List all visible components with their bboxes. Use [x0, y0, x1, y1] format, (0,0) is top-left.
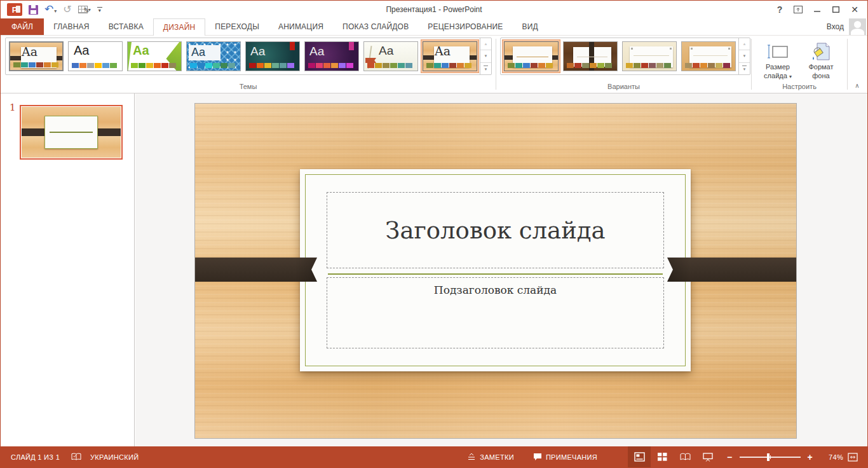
- themes-group-label: Темы: [1, 83, 496, 90]
- thumbnail-preview: [22, 107, 121, 158]
- slide-sorter-view-button[interactable]: [651, 446, 674, 467]
- zoom-percentage[interactable]: 74%: [822, 453, 843, 461]
- theme-office[interactable]: Aa: [66, 39, 125, 73]
- theme-ion[interactable]: Aa: [243, 39, 302, 73]
- reading-view-button[interactable]: [674, 446, 696, 467]
- scroll-up-icon: ▲: [484, 42, 488, 46]
- slide-card: Заголовок слайда Подзаголовок слайда: [300, 169, 691, 371]
- tab-animations[interactable]: АНИМАЦИЯ: [269, 18, 333, 35]
- theme-facet[interactable]: Aa: [125, 39, 184, 73]
- subtitle-placeholder[interactable]: Подзаголовок слайда: [327, 277, 664, 348]
- table-pen-button[interactable]: ✎▾: [78, 6, 91, 13]
- scroll-down-icon: ▼: [743, 54, 747, 58]
- format-background-label-2: фона: [812, 71, 829, 80]
- theme-wood-current[interactable]: Aa: [7, 39, 65, 73]
- title-bar: P ↶▾ ↺ ✎▾ ▾ Презентация1 - PowerPoint ? …: [1, 1, 867, 18]
- theme-organic[interactable]: Aa: [362, 39, 420, 73]
- themes-scroll-down-button[interactable]: ▼: [480, 50, 491, 62]
- zoom-out-button[interactable]: −: [726, 452, 733, 462]
- tab-home[interactable]: ГЛАВНАЯ: [44, 18, 98, 35]
- customize-group-label: Настроить: [752, 83, 847, 90]
- comments-icon: [533, 453, 542, 461]
- help-button[interactable]: ?: [777, 4, 783, 15]
- customize-group: Размер слайда ▾ Формат фона: [752, 36, 847, 93]
- grid-pen-icon: ✎: [78, 6, 88, 13]
- collapse-ribbon-icon: ∧: [855, 82, 859, 89]
- status-bar: СЛАЙД 1 ИЗ 1 УКРАИНСКИЙ ЗАМЕТКИ ПРИМЕЧАН…: [1, 446, 867, 467]
- sign-in-link[interactable]: Вход: [827, 22, 844, 31]
- slide-editing-area: Заголовок слайда Подзаголовок слайда: [135, 93, 867, 446]
- slideshow-view-button[interactable]: [696, 446, 719, 467]
- slide-subtitle-text: Подзаголовок слайда: [434, 284, 557, 296]
- zoom-in-button[interactable]: +: [806, 452, 814, 462]
- tab-file[interactable]: ФАЙЛ: [1, 18, 44, 35]
- comments-toggle-button[interactable]: ПРИМЕЧАНИЯ: [531, 446, 600, 467]
- normal-view-icon: [634, 452, 645, 462]
- proofing-button[interactable]: [69, 446, 84, 467]
- variant-tan[interactable]: [679, 39, 738, 73]
- proofing-icon: [71, 453, 81, 461]
- format-background-icon: [811, 41, 831, 62]
- theme-ion-boardroom[interactable]: Aa: [302, 39, 361, 73]
- variants-more-button[interactable]: ▼: [739, 63, 750, 74]
- title-placeholder[interactable]: Заголовок слайда: [327, 192, 664, 268]
- ribbon-tab-bar: ФАЙЛ ГЛАВНАЯ ВСТАВКА ДИЗАЙН ПЕРЕХОДЫ АНИ…: [1, 18, 867, 36]
- slideshow-icon: [703, 453, 713, 462]
- format-background-label-1: Формат: [808, 62, 833, 71]
- variant-cream[interactable]: [620, 39, 679, 73]
- tab-transitions[interactable]: ПЕРЕХОДЫ: [205, 18, 269, 35]
- save-button[interactable]: [29, 5, 38, 15]
- collapse-ribbon-button[interactable]: ∧: [852, 80, 862, 90]
- user-avatar-icon[interactable]: [849, 18, 866, 35]
- maximize-button[interactable]: [832, 6, 839, 13]
- theme-wisp-wood[interactable]: Aa: [421, 39, 479, 73]
- variant-dark-wood[interactable]: [561, 39, 620, 73]
- themes-more-button[interactable]: ▼: [480, 63, 491, 74]
- variants-scroll-up-button[interactable]: ▲: [739, 38, 750, 50]
- slide-sorter-icon: [658, 453, 667, 461]
- variants-group: ▲ ▼ ▼ Варианты: [496, 36, 751, 93]
- scroll-up-icon: ▲: [743, 42, 747, 46]
- tab-slideshow[interactable]: ПОКАЗ СЛАЙДОВ: [333, 18, 418, 35]
- workspace: 1 Заголовок слайда Подзаголовок слайда: [1, 93, 867, 446]
- notes-toggle-button[interactable]: ЗАМЕТКИ: [465, 446, 517, 467]
- card-divider-line: [328, 273, 663, 275]
- tab-design[interactable]: ДИЗАЙН: [153, 18, 206, 36]
- fit-to-window-button[interactable]: [843, 446, 862, 467]
- redo-button[interactable]: ↺: [63, 5, 71, 14]
- variants-group-label: Варианты: [496, 83, 751, 90]
- powerpoint-window: P ↶▾ ↺ ✎▾ ▾ Презентация1 - PowerPoint ? …: [0, 0, 868, 468]
- zoom-slider-handle[interactable]: [767, 453, 770, 461]
- variant-light-wood[interactable]: [502, 39, 560, 73]
- slide-size-button[interactable]: Размер слайда ▾: [757, 38, 799, 88]
- slide-counter[interactable]: СЛАЙД 1 ИЗ 1: [8, 446, 62, 467]
- zoom-slider[interactable]: [740, 457, 801, 458]
- minimize-button[interactable]: [814, 6, 821, 13]
- customize-quick-access-button[interactable]: ▾: [97, 7, 102, 12]
- slide-canvas[interactable]: Заголовок слайда Подзаголовок слайда: [194, 103, 797, 439]
- normal-view-button[interactable]: [628, 446, 651, 467]
- ribbon-display-options-button[interactable]: [794, 6, 803, 13]
- themes-group: AaAaAaAaAaAaAaAa ▲ ▼ ▼ Темы: [1, 36, 496, 93]
- undo-button[interactable]: ↶▾: [44, 4, 57, 15]
- powerpoint-logo-icon: P: [7, 3, 22, 16]
- scroll-down-icon: ▼: [484, 54, 488, 58]
- theme-integral[interactable]: Aa: [184, 39, 243, 73]
- language-indicator[interactable]: УКРАИНСКИЙ: [88, 446, 141, 467]
- format-background-button[interactable]: Формат фона: [800, 38, 842, 88]
- undo-dropdown-icon[interactable]: ▾: [54, 8, 57, 14]
- close-button[interactable]: ✕: [851, 4, 858, 15]
- slide-size-dropdown-icon: ▾: [789, 74, 792, 79]
- slide-thumbnail-1[interactable]: [20, 105, 123, 160]
- tab-review[interactable]: РЕЦЕНЗИРОВАНИЕ: [418, 18, 512, 35]
- tab-insert[interactable]: ВСТАВКА: [99, 18, 153, 35]
- more-icon: ▼: [743, 67, 747, 71]
- themes-gallery-frame: AaAaAaAaAaAaAaAa ▲ ▼ ▼: [5, 38, 492, 75]
- themes-scroll-up-button[interactable]: ▲: [480, 38, 491, 50]
- variants-scroll-down-button[interactable]: ▼: [739, 50, 750, 62]
- quick-access-toolbar: P ↶▾ ↺ ✎▾ ▾: [4, 3, 102, 16]
- tab-view[interactable]: ВИД: [513, 18, 548, 35]
- slide-ribbon-band-left: [195, 258, 317, 282]
- notes-label: ЗАМЕТКИ: [480, 453, 514, 461]
- slide-size-label-1: Размер: [766, 62, 790, 71]
